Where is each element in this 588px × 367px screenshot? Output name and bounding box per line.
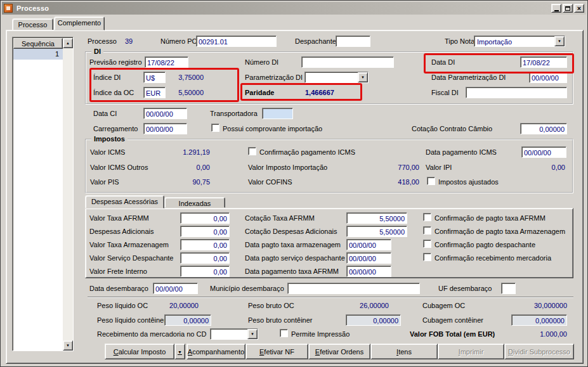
tab-processo[interactable]: Processo	[12, 18, 53, 30]
valor-taxa-afrmm-label: Valor Taxa AFRMM	[89, 214, 149, 222]
data-desembaraco-field[interactable]: 00/00/00	[153, 283, 198, 294]
valor-servico-despachante-label: Valor Serviço Despachante	[89, 254, 173, 262]
confirmacao-pagto-afrmm-label: Confirmação de pagto taxa AFRMM	[434, 214, 546, 222]
di-group-title: DI	[91, 48, 103, 56]
close-button[interactable]: ×	[574, 4, 584, 13]
valor-icms-label: Valor ICMS	[90, 148, 125, 157]
carregamento-field[interactable]: 00/00/00	[143, 123, 187, 134]
data-pagto-servico-label: Data pagto serviço despachante	[245, 254, 345, 262]
previsao-registro-label: Previsão registro	[89, 58, 142, 67]
chevron-down-icon[interactable]: ▼	[358, 72, 368, 82]
chevron-down-icon[interactable]: ▼	[554, 36, 565, 46]
numero-po-label: Número PO	[160, 37, 197, 46]
cubagem-conteiner-field[interactable]: 0,000000	[511, 314, 567, 326]
peso-bruto-oc-label: Peso bruto OC	[248, 302, 294, 310]
valor-fob-label: Valor FOB Total (em EUR)	[410, 330, 495, 338]
valor-cofins-label: Valor COFINS	[248, 178, 292, 186]
data-di-field[interactable]: 17/08/22	[520, 56, 567, 68]
impostos-ajustados-label: Impostos ajustados	[438, 178, 499, 186]
app-icon	[4, 4, 13, 13]
close-icon: ×	[577, 5, 581, 11]
data-di-label: Data DI	[431, 58, 455, 67]
parametrizacao-di-select[interactable]: ▼	[304, 72, 369, 83]
confirmacao-pagto-afrmm-checkbox[interactable]	[423, 213, 431, 221]
sequencia-header[interactable]: Sequência	[13, 38, 63, 49]
maximize-button[interactable]	[563, 4, 573, 13]
valor-servico-despachante-field[interactable]: 0,00	[180, 252, 230, 264]
confirmacao-pagto-armazenagem-checkbox[interactable]	[423, 226, 431, 235]
tipo-nota-select[interactable]: Importação ▼	[474, 35, 565, 47]
calcular-imposto-button[interactable]: Calcular Imposto	[105, 344, 174, 359]
peso-bruto-oc-value: 26,00000	[337, 302, 389, 310]
valor-cofins-value: 418,00	[362, 178, 419, 186]
despachante-label: Despachante	[295, 37, 336, 46]
data-ci-field[interactable]: 00/00/00	[143, 108, 187, 119]
data-parametrizacao-di-label: Data Parametrização DI	[431, 74, 506, 82]
dividir-subprocesso-button: Dividir Subprocesso	[504, 344, 574, 359]
peso-bruto-conteiner-field[interactable]: 0,00000	[346, 314, 401, 326]
calcular-imposto-dropdown-button[interactable]: ▼	[174, 344, 185, 359]
peso-liquido-conteiner-field[interactable]: 0,00000	[164, 314, 211, 326]
data-pagamento-icms-field[interactable]: 00/00/00	[521, 146, 566, 158]
tab-complemento[interactable]: Complemento	[54, 16, 105, 30]
cotacao-taxa-afrmm-field[interactable]: 5,50000	[346, 212, 407, 224]
previsao-registro-field[interactable]: 17/08/22	[145, 56, 188, 68]
data-parametrizacao-di-field[interactable]: 00/00/00	[529, 72, 567, 83]
despachante-field[interactable]	[336, 35, 370, 47]
despesas-adicionais-field[interactable]: 0,00	[180, 226, 230, 237]
indice-oc-label: Índice da OC	[93, 89, 134, 97]
cotacao-despesas-adicionais-field[interactable]: 5,50000	[346, 226, 407, 237]
impostos-ajustados-checkbox[interactable]	[427, 177, 435, 185]
processo-value: 39	[125, 37, 133, 46]
tab-indexadas[interactable]: Indexadas	[164, 197, 225, 208]
confirmacao-pagto-armazenagem-label: Confirmação de pagto taxa Armazenagem	[434, 228, 565, 236]
fiscal-di-field[interactable]	[466, 87, 567, 98]
indice-di-value: 3,75000	[159, 74, 204, 82]
permite-impressao-checkbox[interactable]	[280, 329, 288, 337]
window-title: Processo	[16, 4, 49, 12]
valor-icms-outros-value: 0,00	[153, 164, 210, 172]
valor-taxa-afrmm-field[interactable]: 0,00	[180, 212, 230, 224]
municipio-desembaraco-field[interactable]	[287, 283, 420, 294]
comprovante-importacao-checkbox[interactable]	[211, 124, 219, 132]
scrollbar-track[interactable]	[63, 48, 73, 340]
indice-oc-value: 5,50000	[159, 89, 204, 97]
cotacao-taxa-afrmm-label: Cotação Taxa AFRMM	[245, 214, 315, 222]
scroll-up-button[interactable]: ▲	[63, 38, 73, 48]
valor-icms-value: 1.291,19	[153, 148, 210, 157]
cubagem-oc-value: 30,000000	[508, 302, 567, 310]
numero-di-field[interactable]	[301, 56, 394, 68]
paridade-label: Paridade	[245, 89, 274, 97]
valor-frete-interno-field[interactable]: 0,00	[180, 266, 230, 277]
recebimento-cd-label: Recebimento da mercadoria no CD	[97, 330, 206, 338]
valor-taxa-armazenagem-label: Valor Taxa Armazenagem	[89, 241, 169, 249]
valor-icms-outros-label: Valor ICMS Outros	[90, 164, 148, 172]
itens-button[interactable]: Itens	[370, 344, 438, 359]
data-pagto-armazenagem-label: Data pagto taxa armazenagem	[245, 241, 341, 249]
minimize-button[interactable]	[551, 4, 561, 13]
numero-po-field[interactable]: 00291.01	[196, 35, 277, 47]
efetivar-nf-button[interactable]: Efetivar NF	[245, 344, 308, 359]
sequencia-row[interactable]: 1	[13, 49, 63, 60]
cotacao-despesas-adicionais-label: Cotação Despesas Adicionais	[245, 228, 337, 236]
confirmacao-icms-checkbox[interactable]	[248, 147, 256, 155]
efetivar-ordens-button[interactable]: Efetivar Ordens	[308, 344, 370, 359]
arrow-up-icon: ▲	[66, 41, 70, 45]
data-pagamento-afrmm-field[interactable]: 00/00/00	[346, 266, 391, 277]
chevron-down-icon[interactable]: ▼	[247, 329, 258, 339]
scroll-down-button[interactable]: ▼	[63, 340, 73, 351]
process-window: Processo × Processo Complemento Sequênci…	[0, 0, 588, 367]
confirmacao-recebimento-checkbox[interactable]	[423, 253, 431, 261]
confirmacao-pagto-despachante-checkbox[interactable]	[423, 240, 431, 248]
valor-taxa-armazenagem-field[interactable]: 0,00	[180, 239, 230, 250]
transportadora-field[interactable]	[262, 108, 293, 119]
uf-desembaraco-field[interactable]	[501, 283, 516, 294]
recebimento-cd-select[interactable]: ▼	[210, 328, 258, 340]
data-pagamento-afrmm-label: Data pagamento taxa AFRMM	[245, 267, 339, 276]
cotacao-contrato-field[interactable]: 0,00000	[520, 123, 567, 134]
tab-despesas-acessorias[interactable]: Despesas Acessórias	[85, 195, 164, 209]
acompanhamento-button[interactable]: Acompanhamento	[186, 344, 245, 359]
data-pagto-armazenagem-field[interactable]: 00/00/00	[346, 239, 391, 250]
data-pagamento-icms-label: Data pagamento ICMS	[426, 148, 497, 157]
data-pagto-servico-field[interactable]: 00/00/00	[346, 252, 391, 264]
